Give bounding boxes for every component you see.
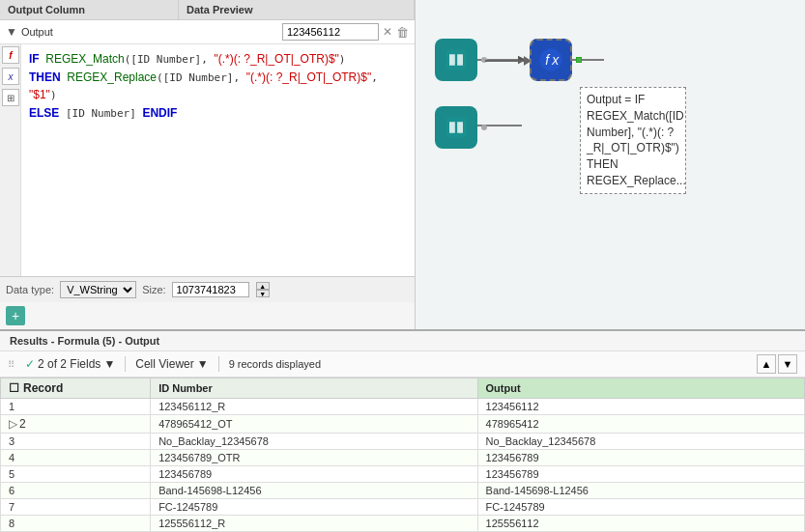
cell-viewer-label: Cell Viewer xyxy=(135,357,193,371)
svg-rect-3 xyxy=(446,50,467,70)
node-3-icon[interactable] xyxy=(435,106,477,149)
table-row: 6Band-145698-L12456Band-145698-L12456 xyxy=(1,483,805,499)
cell-id: No_Backlay_12345678 xyxy=(151,434,477,450)
fields-label: 2 of 2 Fields xyxy=(38,357,101,371)
node-2[interactable]: f x xyxy=(530,39,582,81)
datatype-row: Data type: V_WString Size: ▲ ▼ xyxy=(0,276,415,302)
datatype-select[interactable]: V_WString xyxy=(60,281,136,298)
node-tooltip: Output = IF REGEX_Match([ID Number], "(.… xyxy=(580,87,686,194)
table-body: 1123456112_R123456112▷2478965412_OT47896… xyxy=(1,399,805,533)
cell-record: 6 xyxy=(1,483,151,499)
node-1-icon[interactable] xyxy=(435,39,477,81)
cell-id: 478965412_OT xyxy=(151,415,477,434)
record-header-label: Record xyxy=(23,381,63,395)
toolbar-divider-2 xyxy=(218,356,219,372)
cell-record: 3 xyxy=(1,434,151,450)
sort-down-button[interactable]: ▼ xyxy=(778,354,797,374)
records-count: 9 records displayed xyxy=(229,358,321,370)
toolbar-divider xyxy=(125,356,126,372)
output-field-name: Output xyxy=(21,26,282,38)
cell-output: 123456789 xyxy=(477,466,804,483)
formula-sidebar: f x ⊞ xyxy=(0,44,21,276)
cell-record: 7 xyxy=(1,499,151,516)
cell-id: Band-145698-L12456 xyxy=(151,483,477,499)
cell-id: 123456112_R xyxy=(151,399,477,415)
cell-id: 123456789 xyxy=(151,466,477,483)
cell-record: 5 xyxy=(1,466,151,483)
size-up-button[interactable]: ▲ xyxy=(256,282,270,290)
connector-arrow-1 xyxy=(485,56,532,66)
sort-buttons: ▲ ▼ xyxy=(757,354,797,374)
table-row: ▷2478965412_OT478965412 xyxy=(1,415,805,434)
sort-up-button[interactable]: ▲ xyxy=(757,354,776,374)
node-1[interactable] xyxy=(435,39,487,81)
node-3-output-port xyxy=(481,125,487,130)
node-2-output-port xyxy=(576,57,582,63)
fields-button[interactable]: ✓ 2 of 2 Fields ▼ xyxy=(21,355,119,373)
cell-record: 4 xyxy=(1,450,151,466)
svg-rect-7 xyxy=(446,118,467,138)
table-row: 5123456789123456789 xyxy=(1,466,805,483)
cell-id: 125556112_R xyxy=(151,516,477,532)
drag-handle: ⠿ xyxy=(8,359,15,370)
node-2-icon[interactable]: f x xyxy=(530,39,572,81)
cell-output: 125556112 xyxy=(477,516,804,532)
grid-icon[interactable]: ⊞ xyxy=(2,89,19,106)
table-row: 7FC-1245789FC-1245789 xyxy=(1,499,805,516)
table-row: 4123456789_OTR123456789 xyxy=(1,450,805,466)
th-output: Output xyxy=(477,378,804,399)
table-row: 3No_Backlay_12345678No_Backlay_12345678 xyxy=(1,434,805,450)
row-icon: ▷ xyxy=(9,417,17,431)
left-panel: Output Column Data Preview ▼ Output ✕ 🗑 … xyxy=(0,0,416,329)
output-field-row: ▼ Output ✕ 🗑 xyxy=(0,20,415,44)
tooltip-text: Output = IF REGEX_Match([ID Number], "(.… xyxy=(587,93,686,187)
cell-record: 1 xyxy=(1,399,151,415)
cell-viewer-button[interactable]: Cell Viewer ▼ xyxy=(131,355,212,373)
header-checkbox[interactable]: ☐ xyxy=(9,381,19,395)
cell-output: 123456789 xyxy=(477,450,804,466)
svg-text:x: x xyxy=(551,52,560,68)
chevron-down-icon[interactable]: ▼ xyxy=(6,25,17,39)
cell-output: 478965412 xyxy=(477,415,804,434)
size-input[interactable] xyxy=(172,282,249,297)
results-table-wrap: ☐ Record ID Number Output 1123456112_R12… xyxy=(0,378,805,532)
cell-output: No_Backlay_12345678 xyxy=(477,434,804,450)
node-3[interactable] xyxy=(435,106,487,149)
cell-output: Band-145698-L12456 xyxy=(477,483,804,499)
th-record: ☐ Record xyxy=(1,378,151,399)
formula-editor[interactable]: IF REGEX_Match([ID Number], "(.*)(: ?_R|… xyxy=(21,44,415,276)
canvas-area: f x Output = IF REGEX_Match([ID Number],… xyxy=(416,0,805,329)
cell-record: ▷2 xyxy=(1,415,151,434)
table-row: 8125556112_R125556112 xyxy=(1,516,805,532)
size-label: Size: xyxy=(142,284,165,295)
fields-chevron-icon: ▼ xyxy=(103,357,115,371)
cell-id: 123456789_OTR xyxy=(151,450,477,466)
datatype-label: Data type: xyxy=(6,284,54,295)
table-row: 1123456112_R123456112 xyxy=(1,399,805,415)
formula-area: f x ⊞ IF REGEX_Match([ID Number], "(.*)(… xyxy=(0,44,415,276)
size-down-button[interactable]: ▼ xyxy=(256,290,270,297)
results-table: ☐ Record ID Number Output 1123456112_R12… xyxy=(0,378,805,532)
output-value-input[interactable] xyxy=(282,23,379,41)
data-preview-header: Data Preview xyxy=(179,0,415,19)
clear-button[interactable]: ✕ xyxy=(383,25,392,39)
table-header-row: ☐ Record ID Number Output xyxy=(1,378,805,399)
delete-button[interactable]: 🗑 xyxy=(396,25,409,40)
cell-output: FC-1245789 xyxy=(477,499,804,516)
cell-record: 8 xyxy=(1,516,151,532)
panel-header: Output Column Data Preview xyxy=(0,0,415,20)
cell-output: 123456112 xyxy=(477,399,804,415)
results-header: Results - Formula (5) - Output xyxy=(0,331,805,351)
add-field-button[interactable]: + xyxy=(6,306,25,325)
fx-icon[interactable]: f xyxy=(2,46,19,64)
check-icon: ✓ xyxy=(25,357,35,371)
output-column-header: Output Column xyxy=(0,0,179,19)
bottom-panel: Results - Formula (5) - Output ⠿ ✓ 2 of … xyxy=(0,329,805,532)
cell-id: FC-1245789 xyxy=(151,499,477,516)
size-spinner: ▲ ▼ xyxy=(256,282,270,297)
cell-viewer-chevron-icon: ▼ xyxy=(197,357,209,371)
var-icon[interactable]: x xyxy=(2,68,19,85)
th-id-number: ID Number xyxy=(151,378,477,399)
results-toolbar: ⠿ ✓ 2 of 2 Fields ▼ Cell Viewer ▼ 9 reco… xyxy=(0,351,805,378)
